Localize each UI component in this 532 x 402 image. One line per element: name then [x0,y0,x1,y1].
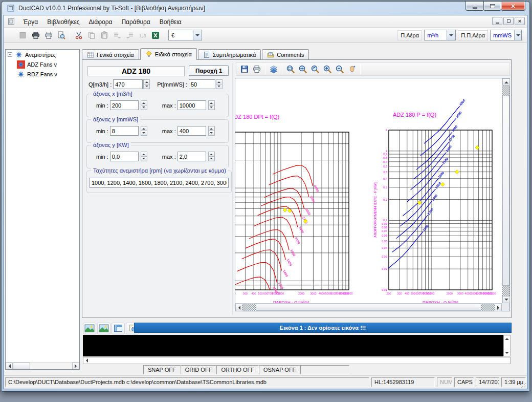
tab-2[interactable]: Συμπληρωματικά [198,49,261,60]
scroll-up-button[interactable] [504,335,510,342]
drawing-status-osnap-off[interactable]: OSNAP OFF [259,365,300,374]
delete-record-button[interactable] [123,29,136,41]
menu-item-0[interactable]: Έργα [18,17,42,27]
mdi-close-button[interactable]: × [515,17,525,25]
drawing-status-ortho-off[interactable]: ORTHO OFF [216,365,259,374]
axis-y-power-max-spinner[interactable] [208,152,215,161]
axis-y-pressure-max-input[interactable] [178,126,206,136]
air-pressure-unit-combo[interactable]: mmWS [490,30,522,40]
zoom-previous-button[interactable] [309,64,321,75]
scrollbar-track[interactable] [481,304,495,311]
axis-y-power-min-input[interactable] [110,152,139,161]
axis-y-pressure-max-spinner[interactable] [208,126,215,136]
scroll-right-button[interactable] [495,304,502,311]
menu-item-1[interactable]: Βιβλιοθήκες [42,17,84,27]
save-button[interactable] [16,29,29,41]
chart-vertical-scrollbar[interactable] [502,78,509,303]
scroll-down-button[interactable] [504,350,510,356]
zoom-window-button[interactable] [284,64,297,75]
print-button[interactable] [29,29,42,41]
menu-item-2[interactable]: Διάφορα [84,17,117,27]
mdi-restore-button[interactable] [503,17,514,25]
image-2-button[interactable] [97,323,110,334]
tab-1[interactable]: Ειδικά στοιχεία [140,48,197,60]
zoom-dynamic-button[interactable] [297,64,309,75]
rpm-input[interactable] [90,178,229,188]
maximize-button[interactable] [483,2,501,11]
scroll-left-button[interactable] [235,304,242,311]
renumber-button[interactable]: 1₂3 [136,29,149,41]
picture-vertical-scrollbar[interactable] [503,335,511,356]
tree-item-1[interactable]: RDZ Fans v [6,69,79,79]
menu-item-3[interactable]: Παράθυρα [117,17,154,27]
min-label: min : [96,128,108,134]
table-icon [87,51,94,58]
paste-button[interactable] [98,29,110,41]
chart-plot-area[interactable]: 2003004005006007008009001000200030004000… [235,78,502,303]
search-button[interactable] [55,29,68,41]
q-spinner[interactable] [143,79,150,89]
axis-x-max-input[interactable] [178,100,206,110]
print-chart-button[interactable] [251,64,263,75]
currency-combo[interactable]: € [168,30,202,40]
axis-y-pressure-min-input[interactable] [110,126,139,136]
image-1-button[interactable] [83,323,96,334]
axis-y-power-min-spinner[interactable] [141,152,147,161]
drawing-status-snap-off[interactable]: SNAP OFF [143,365,181,374]
tree-item-0[interactable]: ADZ Fans v [6,59,79,69]
scroll-up-button[interactable] [502,78,510,86]
print-preview-button[interactable] [42,29,55,41]
axis-x-min-input[interactable] [110,100,139,110]
scrollbar-thumb[interactable] [13,363,30,369]
excel-export-button[interactable] [149,29,162,41]
scroll-right-button[interactable] [72,363,79,370]
chevron-down-icon[interactable] [193,30,202,40]
minimize-button[interactable] [465,2,484,11]
q-input[interactable] [113,79,143,89]
scroll-left-button[interactable] [6,363,13,370]
axis-y-power-max-input[interactable] [178,152,206,161]
scroll-left-button[interactable] [83,358,90,363]
supply-tab[interactable]: Παροχή 1 [189,65,229,76]
mdi-minimize-button[interactable] [492,17,502,25]
layers-button[interactable] [268,64,280,75]
chevron-down-icon[interactable] [447,30,455,40]
close-button[interactable]: × [501,2,525,11]
splitter[interactable] [232,63,233,314]
axis-y-pressure-min-spinner[interactable] [141,126,147,136]
air-flow-unit-combo[interactable]: m³/h [424,30,456,40]
tree-root-fans[interactable]: − Ανεμιστήρες [6,50,79,59]
insert-record-button[interactable] [110,29,123,41]
layout-button[interactable] [112,323,125,334]
scrollbar-track[interactable] [242,304,256,311]
scrollbar-track[interactable] [502,86,509,96]
save-chart-button[interactable] [238,64,251,75]
chevron-down-icon[interactable] [514,30,521,40]
pt-spinner[interactable] [216,79,223,89]
zoom-out-button[interactable] [334,64,346,75]
menu-item-4[interactable]: Βοήθεια [155,17,186,27]
scroll-down-button[interactable] [502,296,510,303]
tab-0[interactable]: Γενικά στοιχεία [82,49,139,60]
chart-horizontal-scrollbar[interactable] [235,303,502,311]
blank-icon [18,31,28,40]
cut-button[interactable] [72,29,85,41]
zoom-dynamic-icon [298,65,307,74]
collapse-icon[interactable]: − [8,52,12,57]
tree-horizontal-scrollbar[interactable] [6,362,79,369]
tab-3[interactable]: Comments [262,49,309,60]
scrollbar-thumb[interactable] [502,96,509,286]
picture-horizontal-scrollbar[interactable] [83,357,511,364]
axis-x-min-spinner[interactable] [141,100,147,110]
scrollbar-thumb[interactable] [256,304,481,311]
svg-text:10000: 10000 [488,292,496,295]
drawing-status-grid-off[interactable]: GRID OFF [181,365,217,374]
title-bar[interactable]: DuctCAD v10.0.1 Professional by Ti-Soft … [2,2,529,15]
picture-toolbar [83,322,140,334]
pt-input[interactable] [189,79,215,89]
zoom-in-button[interactable] [321,64,334,75]
copy-button[interactable] [85,29,98,41]
pan-button[interactable] [346,64,358,75]
axis-x-max-spinner[interactable] [208,100,215,110]
scrollbar-track[interactable] [502,286,509,296]
